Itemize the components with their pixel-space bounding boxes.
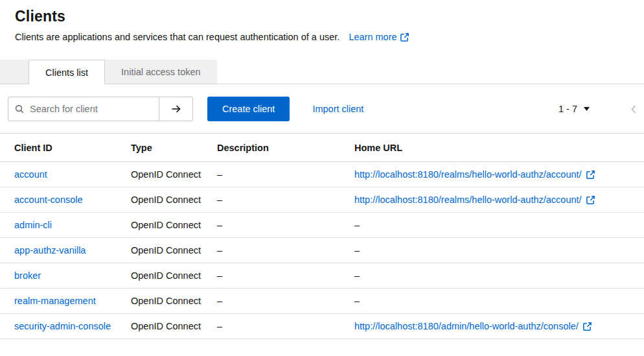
client-description: – [212, 213, 349, 238]
client-description: – [212, 263, 349, 289]
column-header-client-id: Client ID [0, 134, 126, 162]
home-url-cell: – [349, 213, 644, 238]
client-id-link[interactable]: broker [14, 270, 41, 281]
home-url-cell: – [349, 263, 644, 289]
home-url-link[interactable]: http://localhost:8180/realms/hello-world… [354, 169, 595, 180]
home-url-cell: – [349, 289, 644, 314]
client-id-link[interactable]: security-admin-console [14, 321, 111, 331]
home-url-empty: – [354, 220, 360, 230]
table-row: broker OpenID Connect – – [0, 263, 644, 289]
table-row: app-authz-vanilla OpenID Connect – – [0, 238, 644, 263]
tabs: Clients list Initial access token [0, 60, 644, 84]
client-id-link[interactable]: app-authz-vanilla [14, 245, 86, 255]
table-row: security-admin-console OpenID Connect – … [0, 314, 644, 339]
table-header-row: Client ID Type Description Home URL [0, 134, 644, 162]
create-client-button[interactable]: Create client [207, 97, 290, 121]
search-input[interactable] [30, 104, 152, 114]
home-url-cell: http://localhost:8180/realms/hello-world… [349, 162, 644, 187]
column-header-description: Description [212, 134, 349, 162]
pagination-previous-button[interactable] [631, 105, 636, 113]
external-link-icon [583, 322, 592, 331]
client-id-link[interactable]: admin-cli [14, 220, 52, 230]
home-url-cell: http://localhost:8180/admin/hello-world-… [349, 314, 644, 339]
table-row: account-console OpenID Connect – http://… [0, 187, 644, 213]
table-row: realm-management OpenID Connect – – [0, 289, 644, 314]
pagination: 1 - 7 [558, 104, 638, 114]
client-type: OpenID Connect [126, 314, 212, 339]
external-link-icon [586, 196, 595, 204]
client-type: OpenID Connect [126, 263, 212, 289]
search-box [8, 97, 159, 121]
external-link-icon [400, 33, 409, 42]
home-url-text: http://localhost:8180/realms/hello-world… [354, 169, 582, 180]
client-id-link[interactable]: realm-management [14, 296, 96, 306]
home-url-cell: http://localhost:8180/realms/hello-world… [349, 187, 644, 213]
client-description: – [212, 314, 349, 339]
client-type: OpenID Connect [126, 213, 212, 238]
table-row: admin-cli OpenID Connect – – [0, 213, 644, 238]
pagination-range-toggle[interactable]: 1 - 7 [558, 104, 590, 114]
clients-table-body: account OpenID Connect – http://localhos… [0, 162, 644, 339]
tab-initial-access-token[interactable]: Initial access token [105, 60, 217, 84]
external-link-icon [586, 171, 595, 179]
home-url-empty: – [354, 245, 360, 255]
table-toolbar: Create client Import client 1 - 7 [0, 84, 644, 133]
client-id-link[interactable]: account [14, 169, 47, 180]
page-description-row: Clients are applications and services th… [15, 32, 628, 42]
client-id-link[interactable]: account-console [14, 195, 83, 205]
search-submit-button[interactable] [159, 97, 193, 121]
learn-more-link[interactable]: Learn more [349, 32, 408, 42]
table-row: account OpenID Connect – http://localhos… [0, 162, 644, 187]
import-client-link[interactable]: Import client [312, 104, 363, 114]
client-type: OpenID Connect [126, 289, 212, 314]
pagination-range-label: 1 - 7 [558, 104, 577, 114]
search-icon [15, 104, 24, 113]
column-header-home-url: Home URL [349, 134, 644, 162]
client-type: OpenID Connect [126, 162, 212, 187]
tab-clients-list[interactable]: Clients list [29, 60, 105, 84]
home-url-empty: – [354, 270, 360, 281]
page-description: Clients are applications and services th… [15, 32, 339, 42]
home-url-cell: – [349, 238, 644, 263]
arrow-right-icon [171, 104, 181, 113]
tabs-leading-space [0, 60, 29, 84]
client-type: OpenID Connect [126, 238, 212, 263]
client-description: – [212, 289, 349, 314]
clients-table: Client ID Type Description Home URL acco… [0, 133, 644, 339]
client-description: – [212, 238, 349, 263]
page-header: Clients Clients are applications and ser… [0, 0, 644, 42]
home-url-text: http://localhost:8180/realms/hello-world… [354, 195, 582, 205]
chevron-left-icon [631, 105, 636, 113]
client-description: – [212, 162, 349, 187]
learn-more-label: Learn more [349, 32, 397, 42]
page-title: Clients [15, 8, 628, 25]
client-type: OpenID Connect [126, 187, 212, 213]
home-url-link[interactable]: http://localhost:8180/realms/hello-world… [354, 195, 595, 205]
search-group [8, 97, 193, 121]
home-url-text: http://localhost:8180/admin/hello-world-… [354, 321, 579, 331]
client-description: – [212, 187, 349, 213]
home-url-empty: – [354, 296, 360, 306]
column-header-type: Type [126, 134, 212, 162]
caret-down-icon [584, 107, 590, 111]
home-url-link[interactable]: http://localhost:8180/admin/hello-world-… [354, 321, 592, 331]
